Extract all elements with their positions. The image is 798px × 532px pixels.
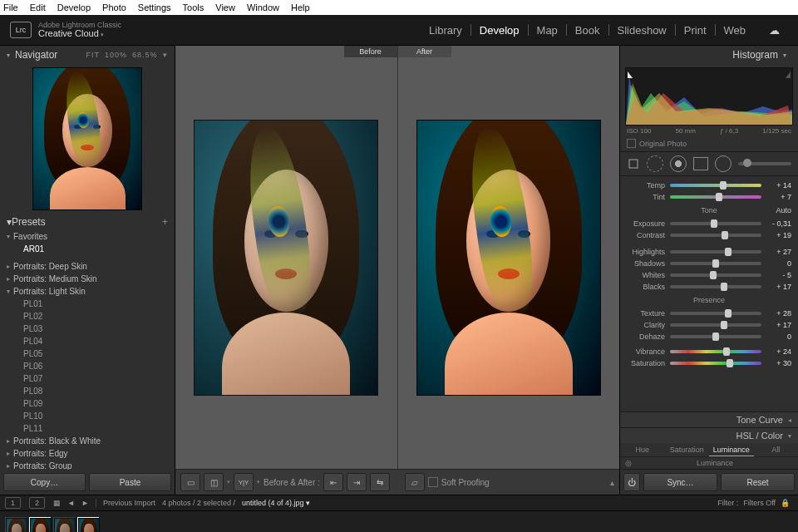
module-develop[interactable]: Develop: [471, 24, 528, 37]
menu-photo[interactable]: Photo: [102, 2, 126, 12]
auto-tone-button[interactable]: Auto: [776, 206, 791, 214]
hsl-tab-saturation[interactable]: Saturation: [665, 443, 710, 456]
temp-slider[interactable]: Temp+ 14: [627, 180, 791, 191]
exposure-slider[interactable]: Exposure- 0,31: [627, 218, 791, 229]
next-photo-icon[interactable]: ►: [81, 499, 89, 507]
secondary-display-2[interactable]: 2: [29, 497, 45, 509]
preset-folder[interactable]: Portraits: Deep Skin: [5, 260, 175, 273]
menu-edit[interactable]: Edit: [30, 2, 46, 12]
menu-tools[interactable]: Tools: [183, 2, 204, 12]
histogram-meta: ISO 10050 mmƒ / 6,31/125 sec: [620, 127, 798, 137]
module-book[interactable]: Book: [567, 24, 608, 37]
hsl-tab-hue[interactable]: Hue: [620, 443, 665, 456]
dehaze-slider[interactable]: Dehaze0: [627, 331, 791, 342]
preset-item[interactable]: PL07: [5, 372, 175, 385]
preset-item[interactable]: PL06: [5, 360, 175, 372]
crop-tool-icon[interactable]: [627, 157, 640, 170]
module-slideshow[interactable]: Slideshow: [609, 24, 675, 37]
filmstrip-thumb[interactable]: [29, 517, 51, 532]
ba-swap-both-icon[interactable]: ⇆: [370, 473, 390, 491]
hsl-tab-all[interactable]: All: [754, 443, 799, 456]
original-photo-toggle[interactable]: Original Photo: [620, 137, 798, 151]
preset-item[interactable]: PL11: [5, 422, 175, 435]
copy-button[interactable]: Copy…: [3, 473, 86, 491]
blacks-slider[interactable]: Blacks+ 17: [627, 281, 791, 293]
filmstrip-thumb[interactable]: [53, 517, 75, 532]
preset-item[interactable]: PL08: [5, 385, 175, 397]
loupe-view-icon[interactable]: ▭: [180, 473, 200, 491]
compare-view-icon[interactable]: ◫: [204, 473, 224, 491]
menu-develop[interactable]: Develop: [57, 2, 91, 12]
clarity-slider[interactable]: Clarity+ 17: [627, 319, 791, 331]
menu-file[interactable]: File: [3, 2, 18, 12]
preset-item[interactable]: AR01: [5, 243, 175, 255]
menu-window[interactable]: Window: [247, 2, 279, 12]
grid-icon[interactable]: ▦: [53, 499, 61, 507]
preset-folder[interactable]: Portraits: Medium Skin: [5, 273, 175, 285]
shadows-slider[interactable]: Shadows0: [627, 258, 791, 269]
after-pane[interactable]: After: [397, 46, 620, 469]
filter-dropdown[interactable]: Filters Off: [743, 499, 776, 507]
reset-button[interactable]: Reset: [721, 473, 795, 491]
highlights-slider[interactable]: Highlights+ 27: [627, 246, 791, 258]
sync-button[interactable]: Sync…: [643, 473, 717, 491]
contrast-slider[interactable]: Contrast+ 19: [627, 229, 791, 241]
navigator-thumbnail[interactable]: [0, 64, 175, 214]
menu-settings[interactable]: Settings: [138, 2, 171, 12]
preset-item[interactable]: PL10: [5, 410, 175, 422]
add-preset-icon[interactable]: +: [162, 216, 168, 228]
saturation-slider[interactable]: Saturation+ 30: [627, 357, 791, 369]
preset-folder[interactable]: Portraits: Black & White: [5, 435, 175, 447]
navigator-header[interactable]: ▾ Navigator FIT100%68.5% ▾: [0, 46, 175, 64]
prev-photo-icon[interactable]: ◄: [67, 499, 75, 507]
presets-header[interactable]: ▾ Presets +: [0, 214, 175, 230]
vibrance-slider[interactable]: Vibrance+ 24: [627, 346, 791, 357]
preset-item[interactable]: PL05: [5, 347, 175, 360]
mask-tool-icon[interactable]: [693, 157, 708, 170]
preset-item[interactable]: PL03: [5, 323, 175, 335]
hsl-tab-luminance[interactable]: Luminance: [709, 443, 754, 456]
preset-folder[interactable]: Portraits: Light Skin: [5, 285, 175, 298]
texture-slider[interactable]: Texture+ 28: [627, 308, 791, 319]
preset-folder[interactable]: Portraits: Group: [5, 460, 175, 470]
navigator-zoom-controls[interactable]: FIT100%68.5% ▾: [83, 51, 168, 59]
filmstrip-thumb[interactable]: [5, 517, 27, 532]
preset-folder-favorites[interactable]: Favorites: [5, 230, 175, 243]
hsl-header[interactable]: HSL / Color▾: [620, 427, 798, 443]
preset-item[interactable]: PL01: [5, 298, 175, 310]
softproof-checkbox[interactable]: [428, 477, 438, 487]
switch-icon[interactable]: ⏻: [623, 473, 640, 491]
whites-slider[interactable]: Whites- 5: [627, 269, 791, 281]
filmstrip-thumb[interactable]: [77, 517, 99, 532]
menu-view[interactable]: View: [215, 2, 235, 12]
preset-item[interactable]: PL04: [5, 335, 175, 347]
toolbar-chevron-icon[interactable]: ▴: [610, 478, 614, 487]
module-map[interactable]: Map: [529, 24, 566, 37]
paste-button[interactable]: Paste: [89, 473, 171, 491]
filter-lock-icon[interactable]: 🔒: [781, 499, 790, 507]
menu-help[interactable]: Help: [291, 2, 310, 12]
radial-tool-icon[interactable]: [715, 155, 732, 172]
preset-item[interactable]: PL09: [5, 397, 175, 410]
histogram-display[interactable]: [625, 67, 793, 126]
redeye-tool-icon[interactable]: [670, 155, 687, 172]
histogram-header[interactable]: Histogram▾: [620, 46, 798, 64]
ba-swap-right-icon[interactable]: ⇥: [347, 473, 367, 491]
module-library[interactable]: Library: [421, 24, 470, 37]
app-logo-icon: Lrc: [10, 22, 32, 38]
preset-folder[interactable]: Portraits: Edgy: [5, 447, 175, 460]
tonecurve-header[interactable]: Tone Curve◂: [620, 411, 798, 427]
secondary-display-1[interactable]: 1: [5, 497, 21, 509]
healing-tool-icon[interactable]: [647, 155, 663, 172]
brush-size-slider[interactable]: [738, 162, 791, 165]
ba-swap-left-icon[interactable]: ⇤: [323, 473, 343, 491]
cloud-sync-icon[interactable]: ☁: [761, 24, 788, 37]
before-after-toggle-icon[interactable]: Y|Y: [234, 473, 254, 491]
tint-slider[interactable]: Tint+ 7: [627, 191, 791, 203]
preset-item[interactable]: PL02: [5, 310, 175, 323]
softproof-icon[interactable]: ▱: [405, 473, 425, 491]
module-web[interactable]: Web: [716, 24, 755, 37]
source-label[interactable]: Previous Import: [103, 499, 155, 507]
module-print[interactable]: Print: [676, 24, 715, 37]
before-pane[interactable]: Before: [175, 46, 397, 469]
